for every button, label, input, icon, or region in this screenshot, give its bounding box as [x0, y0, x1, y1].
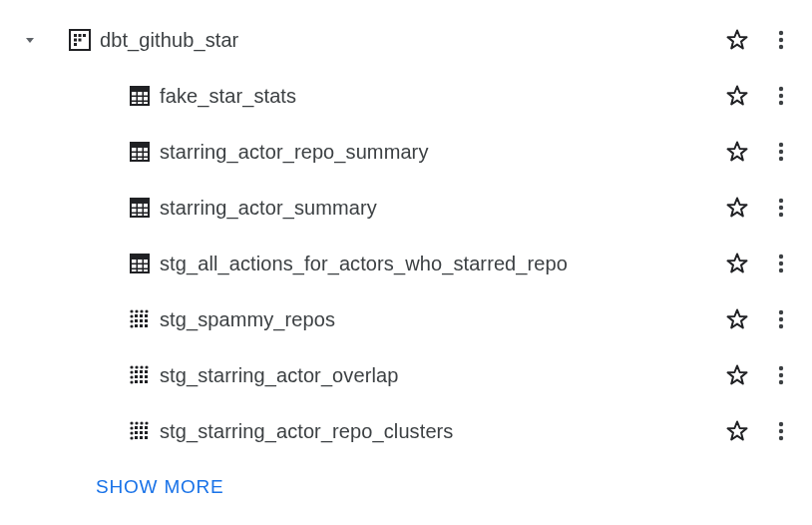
table-row[interactable]: stg_all_actions_for_actors_who_starred_r…: [0, 236, 812, 291]
table-label: stg_all_actions_for_actors_who_starred_r…: [160, 253, 712, 275]
more-actions-icon[interactable]: [768, 418, 794, 444]
table-icon: [128, 196, 152, 220]
star-icon[interactable]: [724, 418, 750, 444]
table-row[interactable]: stg_starring_actor_overlap: [0, 347, 812, 403]
view-icon: [128, 307, 152, 331]
more-actions-icon[interactable]: [768, 306, 794, 332]
star-icon[interactable]: [724, 362, 750, 388]
more-actions-icon[interactable]: [768, 195, 794, 221]
star-icon[interactable]: [724, 195, 750, 221]
table-row[interactable]: stg_starring_actor_repo_clusters: [0, 403, 812, 459]
show-more-button[interactable]: SHOW MORE: [96, 476, 224, 498]
table-label: stg_starring_actor_overlap: [160, 364, 712, 387]
star-icon[interactable]: [724, 306, 750, 332]
star-icon[interactable]: [724, 251, 750, 276]
table-label: stg_starring_actor_repo_clusters: [160, 420, 712, 443]
table-row[interactable]: fake_star_stats: [0, 68, 812, 124]
more-actions-icon[interactable]: [768, 83, 794, 109]
dataset-label: dbt_github_star: [100, 29, 712, 52]
more-actions-icon[interactable]: [768, 27, 794, 53]
expand-toggle-icon[interactable]: [17, 27, 43, 53]
table-label: starring_actor_summary: [160, 197, 712, 220]
dataset-row[interactable]: dbt_github_star: [0, 12, 812, 68]
star-icon[interactable]: [724, 27, 750, 53]
view-icon: [128, 363, 152, 387]
table-row[interactable]: starring_actor_repo_summary: [0, 124, 812, 180]
star-icon[interactable]: [724, 83, 750, 109]
dataset-icon: [68, 28, 92, 52]
table-label: starring_actor_repo_summary: [160, 141, 712, 164]
table-icon: [128, 140, 152, 164]
table-row[interactable]: starring_actor_summary: [0, 180, 812, 236]
star-icon[interactable]: [724, 139, 750, 165]
table-row[interactable]: stg_spammy_repos: [0, 291, 812, 347]
table-label: fake_star_stats: [160, 85, 712, 108]
table-icon: [128, 252, 152, 275]
table-icon: [128, 84, 152, 108]
table-label: stg_spammy_repos: [160, 308, 712, 331]
view-icon: [128, 419, 152, 443]
more-actions-icon[interactable]: [768, 139, 794, 165]
more-actions-icon[interactable]: [768, 362, 794, 388]
more-actions-icon[interactable]: [768, 251, 794, 276]
